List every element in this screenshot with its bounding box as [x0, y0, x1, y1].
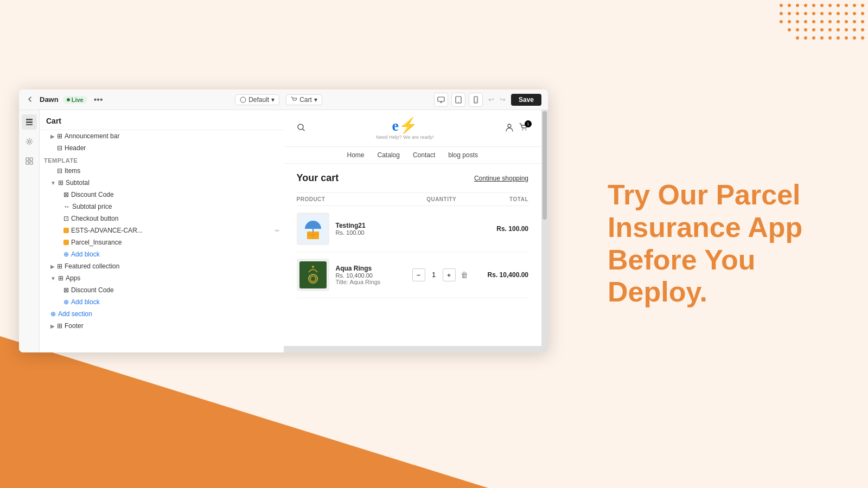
more-options-icon[interactable]: •••: [94, 95, 103, 105]
store-search-icon[interactable]: [297, 123, 305, 134]
svg-rect-12: [26, 162, 29, 164]
svg-point-42: [812, 12, 815, 15]
cart-item-2-qty: − 1 + 🗑: [412, 268, 471, 281]
footer-label: Footer: [65, 322, 84, 330]
nav-home[interactable]: Home: [347, 151, 365, 159]
apps-label: Apps: [66, 274, 80, 282]
account-icon[interactable]: [505, 123, 514, 134]
tablet-view-btn[interactable]: [451, 93, 465, 107]
preview-scrollbar[interactable]: [541, 110, 548, 352]
background-triangle: [0, 336, 488, 488]
save-button[interactable]: Save: [511, 94, 541, 106]
cart-item-1-price: Rs. 100.00: [336, 229, 413, 236]
redo-btn[interactable]: ↪: [497, 94, 508, 105]
svg-point-52: [804, 20, 807, 23]
add-section-btn[interactable]: ⊕ Add section: [40, 308, 284, 320]
live-dot: [67, 98, 70, 101]
col-total-header: TOTAL: [470, 196, 528, 202]
svg-rect-6: [26, 119, 33, 120]
nav-contact[interactable]: Contact: [413, 151, 435, 159]
header-label: Header: [65, 144, 86, 152]
sidebar-item-apps[interactable]: ▼ ⊞ Apps: [40, 272, 284, 284]
svg-point-77: [853, 36, 856, 40]
sidebar-item-items[interactable]: ⊟ Items: [40, 165, 284, 177]
topbar-center: Default ▾ Cart ▾: [123, 94, 434, 105]
sidebar-item-featured-collection[interactable]: ▶ ⊞ Featured collection: [40, 260, 284, 272]
editor-window: Dawn Live ••• Default ▾ Cart ▾: [19, 89, 548, 352]
cart-chevron: ▾: [314, 96, 317, 104]
sidebar-item-parcel-insurance[interactable]: Parcel_Insurance: [40, 236, 284, 248]
svg-point-31: [812, 4, 815, 7]
svg-rect-10: [26, 158, 29, 160]
sidebar-icon-apps[interactable]: [22, 153, 37, 169]
desktop-view-btn[interactable]: [434, 93, 448, 107]
ests-block-color: [63, 228, 69, 233]
cart-selector[interactable]: Cart ▾: [286, 94, 322, 105]
ests-edit-icon[interactable]: ✏: [275, 228, 279, 234]
dot-pattern: [776, 0, 868, 46]
sidebar-item-announcement-bar[interactable]: ▶ ⊞ Announcement bar: [40, 130, 284, 142]
right-panel-text: Try Our Parcel Insurance App Before You …: [608, 179, 825, 309]
sidebar-icon-settings[interactable]: [22, 134, 37, 149]
sidebar-item-checkout-button[interactable]: ⊡ Checkout button: [40, 213, 284, 224]
svg-point-36: [853, 4, 856, 7]
sidebar-item-discount-code-apps[interactable]: ⊠ Discount Code: [40, 284, 284, 296]
cart-label: Cart: [299, 96, 312, 104]
sidebar-item-discount-code[interactable]: ⊠ Discount Code: [40, 189, 284, 201]
svg-point-3: [458, 101, 458, 102]
back-icon[interactable]: [25, 95, 35, 105]
cart-count-badge: 1: [525, 120, 532, 127]
cart-item-2-total: Rs. 10,400.00: [471, 271, 529, 279]
svg-point-69: [861, 28, 864, 31]
svg-point-47: [853, 12, 856, 15]
sidebar-panel: Cart ▶ ⊞ Announcement bar ⊟ Header Templ…: [19, 110, 284, 352]
sidebar-item-subtotal[interactable]: ▼ ⊞ Subtotal: [40, 177, 284, 189]
checkout-button-label: Checkout button: [71, 215, 118, 222]
svg-point-43: [820, 12, 824, 15]
cart-title-row: Your cart Continue shopping: [297, 172, 529, 184]
qty-decrease-btn[interactable]: −: [412, 268, 425, 281]
continue-shopping-link[interactable]: Continue shopping: [474, 175, 528, 182]
default-selector[interactable]: Default ▾: [235, 94, 279, 105]
cart-item-2: Aqua Rings Rs. 10,400.00 Title: Aqua Rin…: [297, 252, 529, 298]
preview-hscrollbar[interactable]: [284, 346, 542, 352]
svg-point-27: [780, 4, 783, 7]
qty-increase-btn[interactable]: +: [443, 268, 456, 281]
nav-catalog[interactable]: Catalog: [378, 151, 400, 159]
header-icon: ⊟: [57, 144, 62, 152]
svg-point-57: [845, 20, 848, 23]
svg-point-64: [820, 28, 824, 31]
sidebar-item-subtotal-price[interactable]: ↔ Subtotal price: [40, 201, 284, 213]
sidebar-item-footer[interactable]: ▶ ⊞ Footer: [40, 320, 284, 332]
sidebar-icon-sections[interactable]: [22, 114, 37, 130]
sidebar-content: Cart ▶ ⊞ Announcement bar ⊟ Header Templ…: [40, 110, 284, 352]
live-label: Live: [72, 97, 84, 103]
svg-point-38: [780, 12, 783, 15]
add-section-plus-icon: ⊕: [50, 310, 56, 318]
col-product-header: PRODUCT: [297, 196, 413, 202]
add-block-btn-1[interactable]: ⊕ Add block: [40, 248, 284, 260]
default-chevron: ▾: [271, 96, 275, 104]
items-label: Items: [65, 167, 80, 175]
sidebar-item-header[interactable]: ⊟ Header: [40, 142, 284, 154]
delete-item-btn[interactable]: 🗑: [458, 268, 471, 281]
undo-btn[interactable]: ↩: [486, 94, 496, 105]
svg-point-34: [837, 4, 840, 7]
svg-point-71: [804, 36, 807, 40]
add-block-1-label: Add block: [71, 251, 100, 258]
add-block-btn-2[interactable]: ⊕ Add block: [40, 296, 284, 308]
nav-blog-posts[interactable]: blog posts: [448, 151, 478, 159]
mobile-view-btn[interactable]: [469, 93, 483, 107]
cart-icon[interactable]: 1: [519, 123, 528, 134]
svg-rect-8: [26, 124, 33, 125]
svg-point-67: [845, 28, 848, 31]
svg-point-58: [853, 20, 856, 23]
store-logo: e⚡ Need Help? We are ready!: [376, 117, 433, 140]
template-section-label: Template: [40, 154, 284, 165]
checkout-btn-icon: ⊡: [63, 215, 69, 222]
sidebar-item-ests-advance[interactable]: ESTS-ADVANCE-CAR... ✏: [40, 224, 284, 236]
cart-item-1: Testing21 Rs. 100.00 Rs. 100.00: [297, 206, 529, 252]
cart-content: Your cart Continue shopping PRODUCT QUAN…: [284, 164, 542, 307]
editor-body: Cart ▶ ⊞ Announcement bar ⊟ Header Templ…: [19, 110, 548, 352]
add-section-label: Add section: [58, 310, 92, 318]
